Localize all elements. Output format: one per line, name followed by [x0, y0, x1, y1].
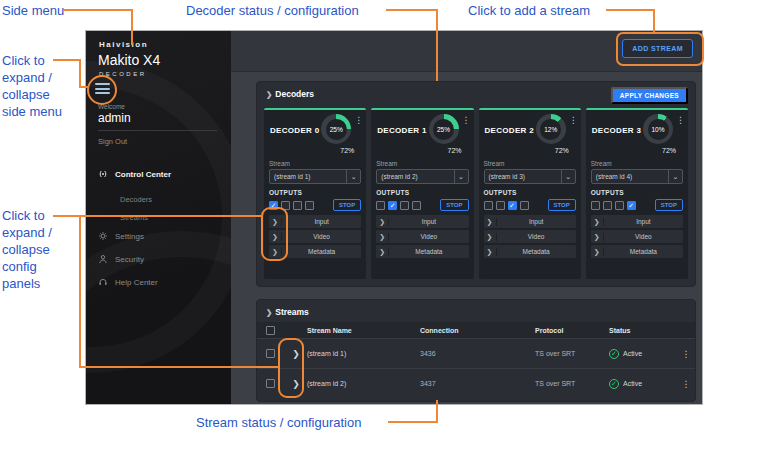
callout-line — [653, 9, 655, 34]
kebab-menu-icon[interactable]: ⋮ — [354, 115, 363, 125]
chevron-right-icon[interactable]: ❯ — [484, 233, 497, 241]
stream-select[interactable]: (stream id 1) ⌄ — [269, 169, 361, 184]
output-checkbox-2[interactable] — [603, 201, 612, 210]
row-checkbox[interactable] — [266, 349, 275, 358]
chevron-right-icon[interactable]: ❯ — [376, 248, 389, 256]
config-row-label: Video — [604, 233, 683, 240]
config-row-metadata[interactable]: ❯ Metadata — [376, 245, 468, 258]
sidebar-item-label: Help Center — [115, 278, 158, 287]
sidebar-item-control-center[interactable]: Control Center — [98, 169, 171, 179]
stream-select-value: (stream id 2) — [381, 173, 417, 180]
status-badge: ✓ Active — [609, 349, 677, 359]
chevron-right-icon[interactable]: ❯ — [484, 248, 497, 256]
config-row-label: Input — [497, 218, 576, 225]
config-row-video[interactable]: ❯ Video — [591, 230, 683, 243]
kebab-menu-icon[interactable]: ⋮ — [676, 115, 685, 125]
stream-name: (stream id 1) — [307, 350, 420, 357]
divider — [98, 130, 217, 131]
panel-title-text: Streams — [275, 307, 309, 317]
outputs-label: OUTPUTS — [269, 189, 361, 196]
chevron-right-icon[interactable]: ❯ — [591, 218, 604, 226]
callout-expand-side-menu: Click to expand / collapse side menu — [2, 52, 62, 120]
stream-select-value: (stream id 1) — [274, 173, 310, 180]
chevron-right-icon[interactable]: ❯ — [591, 248, 604, 256]
status-badge: ✓ Active — [609, 379, 677, 389]
stream-protocol: TS over SRT — [535, 380, 609, 387]
sidebar-item-security[interactable]: Security — [98, 254, 144, 264]
callout-text-line: expand / — [2, 69, 62, 86]
output-checkbox-1[interactable] — [591, 201, 600, 210]
chevron-right-icon[interactable]: ❯ — [376, 233, 389, 241]
status-text: Active — [623, 380, 642, 387]
config-row-metadata[interactable]: ❯ Metadata — [591, 245, 683, 258]
brand-logo: Haivision — [99, 40, 148, 49]
outputs-label: OUTPUTS — [484, 189, 576, 196]
sidebar-item-settings[interactable]: Settings — [98, 231, 144, 241]
app-window: Haivision Makito X4 DECODER Welcome admi… — [85, 30, 703, 405]
kebab-menu-icon[interactable]: ⋮ — [677, 379, 695, 389]
output-checkbox-1[interactable] — [484, 201, 493, 210]
decoder-name: DECODER 3 — [592, 126, 641, 135]
output-checkbox-2[interactable] — [496, 201, 505, 210]
stop-button[interactable]: STOP — [440, 199, 468, 211]
output-checkbox-3[interactable] — [615, 201, 624, 210]
output-checkbox-3[interactable] — [293, 201, 302, 210]
column-header-connection: Connection — [420, 327, 535, 334]
stop-button[interactable]: STOP — [548, 199, 576, 211]
panel-title-text: Decoders — [275, 89, 314, 99]
stream-name: (stream id 2) — [307, 380, 420, 387]
sign-out-link[interactable]: Sign Out — [98, 137, 127, 146]
decoder-card-1: DECODER 1 ⋮ 25% 72% Stream (stream id 2)… — [371, 108, 473, 279]
output-checkbox-1[interactable] — [376, 201, 385, 210]
streams-panel: ❯Streams Stream Name Connection Protocol… — [256, 299, 696, 402]
select-all-checkbox[interactable] — [266, 326, 275, 335]
callout-line — [386, 9, 438, 11]
stop-button[interactable]: STOP — [655, 199, 683, 211]
stream-select[interactable]: (stream id 2) ⌄ — [376, 169, 468, 184]
secondary-percent: 72% — [340, 147, 354, 154]
gauge-value: 10% — [648, 119, 669, 140]
config-row-label: Metadata — [604, 248, 683, 255]
sidebar-item-label: Decoders — [120, 195, 152, 204]
stream-row-2[interactable]: ❯ (stream id 2) 3437 TS over SRT ✓ Activ… — [257, 368, 695, 398]
config-row-video[interactable]: ❯ Video — [376, 230, 468, 243]
output-checkbox-4[interactable] — [305, 201, 314, 210]
chevron-right-icon[interactable]: ❯ — [484, 218, 497, 226]
callout-text-line: side menu — [2, 103, 62, 120]
stream-protocol: TS over SRT — [535, 350, 609, 357]
config-row-video[interactable]: ❯ Video — [484, 230, 576, 243]
callout-line — [79, 59, 81, 88]
callout-side-menu: Side menu — [2, 3, 64, 19]
stop-button[interactable]: STOP — [333, 199, 361, 211]
output-checkbox-4[interactable] — [627, 201, 636, 210]
config-row-input[interactable]: ❯ Input — [376, 215, 468, 228]
chevron-right-icon[interactable]: ❯ — [591, 233, 604, 241]
stream-select[interactable]: (stream id 4) ⌄ — [591, 169, 683, 184]
output-checkbox-2[interactable] — [388, 201, 397, 210]
kebab-menu-icon[interactable]: ⋮ — [462, 115, 471, 125]
chevron-right-icon[interactable]: ❯ — [376, 218, 389, 226]
kebab-menu-icon[interactable]: ⋮ — [569, 115, 578, 125]
output-checkbox-4[interactable] — [412, 201, 421, 210]
stream-select[interactable]: (stream id 3) ⌄ — [484, 169, 576, 184]
check-circle-icon: ✓ — [609, 349, 619, 359]
output-checkbox-4[interactable] — [520, 201, 529, 210]
outputs-label: OUTPUTS — [376, 189, 468, 196]
sidebar-item-help-center[interactable]: Help Center — [98, 277, 158, 287]
config-row-metadata[interactable]: ❯ Metadata — [484, 245, 576, 258]
output-checkbox-3[interactable] — [508, 201, 517, 210]
outputs-row: STOP — [484, 199, 576, 211]
stream-label: Stream — [484, 160, 576, 167]
sidebar-item-decoders[interactable]: Decoders — [120, 195, 152, 204]
secondary-percent: 72% — [555, 147, 569, 154]
callout-line — [53, 215, 261, 217]
config-row-input[interactable]: ❯ Input — [591, 215, 683, 228]
stream-row-1[interactable]: ❯ (stream id 1) 3436 TS over SRT ✓ Activ… — [257, 338, 695, 368]
decoder-card-3: DECODER 3 ⋮ 10% 72% Stream (stream id 4)… — [586, 108, 688, 279]
config-row-input[interactable]: ❯ Input — [484, 215, 576, 228]
row-checkbox[interactable] — [266, 379, 275, 388]
output-checkbox-3[interactable] — [400, 201, 409, 210]
kebab-menu-icon[interactable]: ⋮ — [677, 349, 695, 359]
callout-line — [436, 400, 438, 423]
apply-changes-button[interactable]: APPLY CHANGES — [611, 87, 688, 104]
